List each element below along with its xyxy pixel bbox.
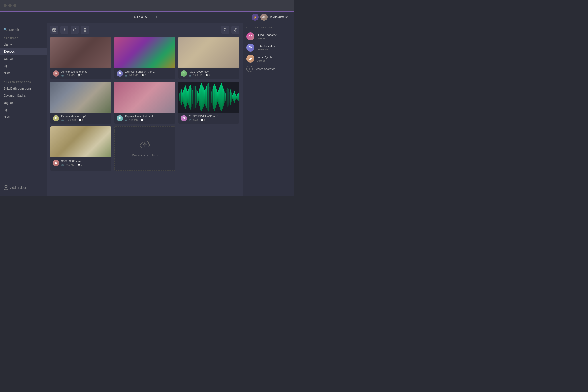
svg-rect-14: [187, 92, 188, 103]
media-details-4: Express Graded.mp4 📹 152.2 MB 💬 0: [61, 115, 109, 122]
media-meta-3: 📹 23.5 MB 💬 0: [189, 74, 236, 77]
topbar: ☰ FRAME.IO ⚡ JA Jakub Antalik ▾: [0, 11, 294, 23]
shared-section-label: SHARED PROJECTS: [0, 79, 47, 85]
content-area: O 05_express_after.mov 📹 15.7 MB 💬 0: [47, 23, 243, 196]
collaborator-item-1[interactable]: OS Olivia Seasame Colorist: [246, 32, 290, 40]
add-collaborator-icon: +: [246, 66, 253, 72]
svg-rect-62: [232, 95, 233, 99]
comment-count-5: 0: [144, 119, 145, 122]
sidebar-item-express[interactable]: Express: [0, 48, 47, 55]
thumbnail-3: [178, 37, 239, 68]
svg-rect-58: [228, 89, 229, 106]
svg-point-1: [65, 29, 66, 30]
upload-cloud-icon: [140, 140, 150, 151]
collab-name-3: Jana Rychla: [257, 56, 273, 59]
sidebar-item-lg-shared[interactable]: Lg: [0, 106, 47, 114]
media-card-2[interactable]: P Express_SanJuan_7.m... 📹 94.3 MB 💬 0: [114, 37, 175, 79]
svg-rect-17: [190, 85, 190, 110]
media-card-5[interactable]: E Express Ungraded.mp4 📹 116 MB 💬 0: [114, 82, 175, 124]
add-collaborator-button[interactable]: + Add colaborator: [246, 66, 290, 72]
upload-drop-text: Drop or select files: [132, 154, 158, 157]
media-name-4: Express Graded.mp4: [61, 115, 109, 118]
sidebar-item-lg[interactable]: Lg: [0, 62, 47, 69]
media-size-3: 23.5 MB: [193, 74, 202, 77]
svg-rect-6: [180, 94, 180, 101]
select-files-link[interactable]: select: [143, 154, 152, 157]
window-chrome: [0, 0, 294, 11]
sidebar-item-goldman[interactable]: Goldman Sachs: [0, 92, 47, 99]
svg-rect-68: [238, 94, 238, 101]
svg-rect-25: [197, 92, 198, 103]
timeline-marker: [145, 82, 145, 113]
svg-rect-51: [222, 86, 222, 109]
sidebar-item-planty[interactable]: planty: [0, 41, 47, 48]
media-card-4[interactable]: E Express Graded.mp4 📹 152.2 MB 💬 0: [50, 82, 112, 124]
svg-rect-61: [231, 92, 232, 102]
sidebar-item-snl[interactable]: SNL Bathroomroom: [0, 85, 47, 92]
comment-icon-3: 💬: [206, 74, 208, 77]
projects-section-label: PROJECTS: [0, 35, 47, 41]
add-project-label: Add project: [10, 186, 26, 190]
sidebar-search[interactable]: 🔍 Search: [0, 26, 47, 35]
user-menu-chevron[interactable]: ▾: [289, 16, 290, 18]
collaborator-item-2[interactable]: PN Petra Novakova Art director: [246, 44, 290, 52]
media-card-6[interactable]: S 03_SOUNDTRACK.mp3 🎵 0:48 💬 0: [178, 82, 239, 124]
comment-count-1: 0: [81, 74, 82, 77]
svg-rect-48: [219, 88, 220, 107]
video-icon-7: 📹: [61, 164, 64, 166]
svg-rect-36: [208, 83, 208, 112]
sidebar-item-jaguar[interactable]: Jaguar: [0, 55, 47, 62]
comment-icon-2: 💬: [142, 74, 144, 77]
media-card-7[interactable]: G G001_C003.mov 📹 37.3 MB 💬 0: [50, 126, 112, 171]
media-meta-2: 📹 94.3 MB 💬 0: [125, 74, 172, 77]
svg-rect-2: [84, 29, 86, 31]
window-close-btn[interactable]: [4, 4, 7, 7]
upload-button[interactable]: [60, 26, 68, 34]
svg-rect-30: [202, 86, 203, 109]
window-minimize-btn[interactable]: [8, 4, 12, 7]
media-grid: O 05_express_after.mov 📹 15.7 MB 💬 0: [47, 37, 243, 174]
media-card-3[interactable]: J A001_C009.mov 📹 23.5 MB 💬 0: [178, 37, 239, 79]
svg-rect-33: [205, 89, 206, 106]
topbar-left: ☰: [4, 15, 48, 20]
svg-rect-10: [183, 90, 184, 104]
svg-rect-34: [206, 86, 206, 108]
svg-rect-56: [226, 88, 227, 107]
comment-count-6: 0: [204, 119, 206, 122]
content-search-button[interactable]: [221, 26, 229, 34]
new-folder-button[interactable]: [50, 26, 58, 34]
sidebar-item-nike-shared[interactable]: Nike: [0, 114, 47, 120]
media-avatar-7: G: [53, 160, 59, 166]
svg-rect-54: [224, 94, 225, 101]
video-icon-1: 📹: [61, 74, 64, 77]
svg-rect-22: [194, 84, 195, 110]
media-info-3: J A001_C009.mov 📹 23.5 MB 💬 0: [178, 68, 239, 79]
add-project-button[interactable]: + Add project: [0, 183, 47, 192]
svg-rect-42: [214, 86, 214, 109]
upload-zone[interactable]: Drop or select files: [114, 126, 175, 171]
media-details-5: Express Ungraded.mp4 📹 116 MB 💬 0: [125, 115, 172, 122]
delete-button[interactable]: [81, 26, 89, 34]
media-card-1[interactable]: O 05_express_after.mov 📹 15.7 MB 💬 0: [50, 37, 112, 79]
sidebar-item-jaguar-shared[interactable]: Jaguar: [0, 99, 47, 106]
window-maximize-btn[interactable]: [13, 4, 16, 7]
media-avatar-5: E: [117, 115, 123, 122]
media-meta-4: 📹 152.2 MB 💬 0: [61, 119, 109, 122]
sidebar-item-nike[interactable]: Nike: [0, 69, 47, 76]
collab-role-3: Colorist: [257, 59, 273, 62]
svg-rect-20: [192, 89, 193, 106]
audio-icon-6: 🎵: [189, 119, 192, 122]
comment-icon-6: 💬: [201, 119, 204, 122]
hamburger-icon[interactable]: ☰: [4, 15, 7, 20]
thumbnail-5: [114, 82, 175, 113]
media-meta-6: 🎵 0:48 💬 0: [189, 119, 236, 122]
comment-icon-4: 💬: [79, 119, 82, 122]
collaborator-item-3[interactable]: JR Jana Rychla Colorist: [246, 55, 290, 63]
content-settings-button[interactable]: [231, 26, 239, 34]
share-button[interactable]: [71, 26, 79, 34]
comment-count-7: 0: [81, 164, 82, 166]
media-name-5: Express Ungraded.mp4: [125, 115, 172, 118]
lightning-button[interactable]: ⚡: [252, 14, 259, 21]
svg-rect-49: [220, 85, 220, 110]
media-name-1: 05_express_after.mov: [61, 70, 109, 73]
